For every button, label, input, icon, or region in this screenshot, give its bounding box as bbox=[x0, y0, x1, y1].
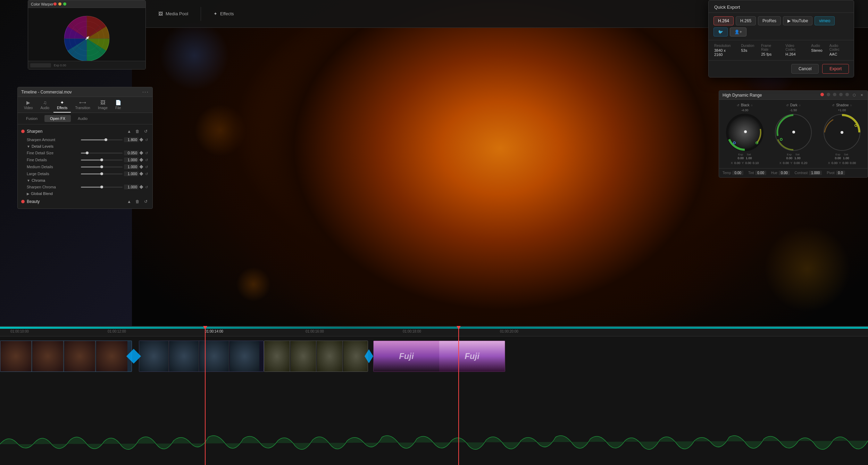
black-sat-value[interactable]: 1.00 bbox=[746, 156, 752, 160]
dark-x-value[interactable]: 0.00 bbox=[783, 161, 789, 165]
format-prores[interactable]: ProRes bbox=[758, 16, 781, 25]
dark-y-value[interactable]: 0.00 bbox=[794, 161, 800, 165]
shadow-y-value[interactable]: 0.00 bbox=[842, 161, 849, 165]
beauty-move-up[interactable]: ▲ bbox=[126, 198, 132, 205]
sharpen-enabled-dot[interactable] bbox=[21, 130, 25, 133]
effects-library-btn[interactable]: ✦ Effects bbox=[208, 8, 240, 19]
format-h264[interactable]: H.264 bbox=[713, 16, 734, 25]
tab-transition[interactable]: ⟷ Transition bbox=[72, 98, 94, 113]
sharpen-chroma-keyframe[interactable] bbox=[139, 185, 143, 189]
shadow-x-value[interactable]: 0.00 bbox=[832, 161, 838, 165]
fine-details-keyframe[interactable] bbox=[139, 158, 143, 162]
fine-detail-size-slider[interactable] bbox=[81, 153, 123, 154]
fine-details-slider[interactable] bbox=[81, 160, 123, 161]
sharpen-chroma-reset[interactable]: ↺ bbox=[144, 185, 149, 189]
auto-lock-control[interactable] bbox=[30, 63, 51, 67]
clip-2[interactable] bbox=[139, 341, 264, 372]
large-details-thumb[interactable] bbox=[100, 172, 103, 175]
chroma-section[interactable]: ▼ Chroma bbox=[21, 177, 149, 183]
large-details-slider[interactable] bbox=[81, 173, 123, 174]
clip-4[interactable]: Fuji Fuji bbox=[373, 341, 505, 372]
beauty-enabled-dot[interactable] bbox=[21, 200, 25, 203]
hdr-btn-3[interactable] bbox=[833, 93, 836, 96]
temp-value[interactable]: 0.00 bbox=[732, 171, 743, 175]
medium-details-reset[interactable]: ↺ bbox=[144, 164, 149, 169]
format-h265[interactable]: H.265 bbox=[736, 16, 756, 25]
large-details-keyframe[interactable] bbox=[139, 172, 143, 176]
fine-detail-size-thumb[interactable] bbox=[86, 152, 89, 154]
sharpen-delete[interactable]: 🗑 bbox=[134, 128, 141, 134]
black-z-value[interactable]: 0.10 bbox=[753, 161, 759, 165]
format-vimeo[interactable]: vimeo bbox=[815, 16, 835, 25]
dark-wheel-svg[interactable] bbox=[774, 113, 812, 152]
black-wheel-svg[interactable] bbox=[726, 113, 764, 152]
large-details-value[interactable]: 1.000 bbox=[124, 171, 139, 176]
medium-details-slider[interactable] bbox=[81, 166, 123, 168]
fine-detail-size-reset[interactable]: ↺ bbox=[144, 150, 149, 155]
tab-file[interactable]: 📄 File bbox=[112, 98, 125, 113]
fine-details-value[interactable]: 1.000 bbox=[124, 157, 139, 162]
sharpen-reset[interactable]: ↺ bbox=[143, 128, 149, 134]
subtab-audio[interactable]: Audio bbox=[72, 115, 93, 122]
sharpen-chroma-slider[interactable] bbox=[81, 187, 123, 188]
clip-3-selected[interactable] bbox=[264, 341, 368, 372]
hdr-btn-5[interactable] bbox=[845, 93, 849, 96]
shadow-wheel-svg[interactable] bbox=[823, 113, 861, 152]
fine-detail-size-value[interactable]: 0.050 bbox=[124, 150, 139, 155]
maximize-dot[interactable] bbox=[63, 2, 66, 6]
subtab-fusion[interactable]: Fusion bbox=[20, 115, 43, 122]
sharpen-chroma-value[interactable]: 1.000 bbox=[124, 185, 139, 189]
cancel-button[interactable]: Cancel bbox=[791, 64, 819, 74]
sharpen-amount-thumb[interactable] bbox=[105, 138, 107, 141]
detail-levels-section[interactable]: ▼ Detail Levels bbox=[21, 143, 149, 149]
hdr-close-btn[interactable] bbox=[820, 93, 824, 96]
global-blend-header[interactable]: ▶ Global Blend bbox=[21, 190, 149, 197]
sharpen-amount-value[interactable]: 1.800 bbox=[124, 137, 139, 142]
hdr-btn-2[interactable] bbox=[827, 93, 830, 96]
pivot-value[interactable]: 0.0 bbox=[836, 171, 845, 175]
export-button[interactable]: Export bbox=[822, 64, 849, 74]
black-exp-value[interactable]: 0.00 bbox=[737, 156, 744, 160]
hue-value[interactable]: 0.00 bbox=[779, 171, 790, 175]
beauty-delete[interactable]: 🗑 bbox=[134, 198, 141, 205]
format-youtube[interactable]: ▶ YouTube bbox=[783, 16, 812, 25]
timeline-playhead-2[interactable] bbox=[458, 329, 459, 465]
tab-video[interactable]: ▶ Video bbox=[20, 98, 36, 113]
subtab-openfx[interactable]: Open FX bbox=[44, 115, 71, 122]
close-dot[interactable] bbox=[53, 2, 57, 6]
minimize-dot[interactable] bbox=[58, 2, 61, 6]
fine-details-thumb[interactable] bbox=[100, 158, 103, 161]
fine-detail-size-keyframe[interactable] bbox=[139, 151, 143, 155]
format-twitter[interactable]: 🐦 bbox=[713, 27, 728, 36]
sharpen-move-up[interactable]: ▲ bbox=[126, 128, 132, 134]
hdr-close-x-btn[interactable]: ✕ bbox=[859, 93, 864, 98]
shadow-color-picker[interactable]: ○ bbox=[850, 104, 852, 107]
dark-z-value[interactable]: 0.20 bbox=[801, 161, 808, 165]
medium-details-keyframe[interactable] bbox=[139, 165, 143, 169]
tab-image[interactable]: 🖼 Image bbox=[94, 98, 111, 113]
black-y-value[interactable]: 0.00 bbox=[745, 161, 751, 165]
dark-sat-value[interactable]: 1.00 bbox=[794, 156, 801, 160]
shadow-reset-icon[interactable]: ↺ bbox=[832, 104, 835, 107]
shadow-exp-value[interactable]: 0.00 bbox=[835, 156, 841, 160]
format-upload[interactable]: 👤+ bbox=[730, 27, 746, 36]
large-details-reset[interactable]: ↺ bbox=[144, 171, 149, 176]
dark-exp-value[interactable]: 0.00 bbox=[786, 156, 792, 160]
media-pool-btn[interactable]: 🖼 Media Pool bbox=[153, 8, 194, 19]
dark-color-picker[interactable]: ○ bbox=[799, 104, 801, 107]
hdr-expand-btn[interactable]: ⬡ bbox=[852, 93, 857, 98]
beauty-reset[interactable]: ↺ bbox=[143, 198, 149, 205]
clip-1[interactable] bbox=[0, 341, 132, 372]
black-reset-icon[interactable]: ↺ bbox=[737, 104, 740, 107]
tab-audio[interactable]: ♫ Audio bbox=[37, 98, 53, 113]
panel-menu-btn[interactable]: ··· bbox=[142, 89, 149, 95]
shadow-sat-value[interactable]: 1.00 bbox=[843, 156, 849, 160]
sharpen-amount-reset[interactable]: ↺ bbox=[144, 137, 149, 142]
contrast-value[interactable]: 1.000 bbox=[809, 171, 822, 175]
tab-effects[interactable]: ✦ Effects bbox=[53, 98, 71, 113]
shadow-z-value[interactable]: 0.00 bbox=[850, 161, 856, 165]
hdr-btn-4[interactable] bbox=[839, 93, 843, 96]
sharpen-amount-keyframe[interactable] bbox=[139, 138, 143, 141]
sharpen-chroma-thumb[interactable] bbox=[100, 186, 103, 188]
timeline-playhead[interactable] bbox=[205, 329, 206, 465]
